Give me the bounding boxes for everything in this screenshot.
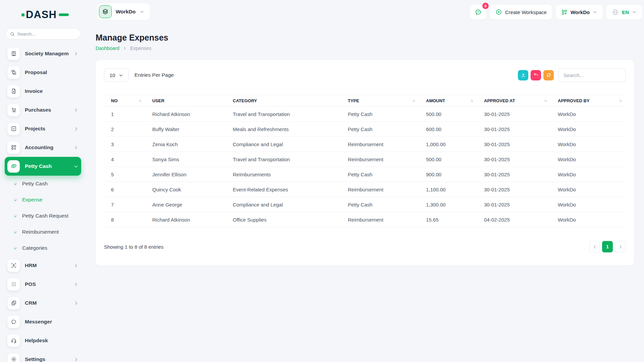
pagination-page-1-button[interactable]: 1: [602, 241, 613, 252]
bullet-circle-icon: [14, 246, 17, 250]
sidebar-item-pos[interactable]: POS: [5, 275, 81, 294]
search-icon: [10, 32, 14, 37]
sidebar-item-label: Proposal: [25, 69, 78, 75]
breadcrumb-dashboard-link[interactable]: Dashboard: [96, 46, 119, 51]
sidebar-item-label: Purchases: [25, 107, 68, 113]
cell-no: 5: [104, 167, 145, 182]
cell-type: Petty Cash: [341, 122, 419, 137]
create-workspace-button[interactable]: Create Workspace: [490, 5, 552, 19]
headset-icon: [7, 335, 20, 347]
cell-type: Reimbursement: [341, 182, 419, 197]
column-header[interactable]: AMOUNT: [419, 95, 477, 107]
workflow-icon: [7, 66, 20, 79]
sidebar-subitem-label: Reimbursement: [22, 229, 59, 235]
cell-type: Petty Cash: [341, 167, 419, 182]
sidebar-item-settings[interactable]: Settings: [5, 350, 81, 362]
cell-category: Compliance and Legal: [226, 197, 341, 212]
sidebar-search[interactable]: [5, 28, 80, 40]
table-search-input[interactable]: [558, 68, 626, 82]
sidebar-item-label: Messenger: [25, 319, 78, 325]
sidebar-item-label: CRM: [25, 300, 68, 306]
sidebar-subitem-expense[interactable]: Expense: [5, 192, 81, 208]
column-header[interactable]: APPROVED BY: [551, 95, 626, 107]
chevron-down-icon: [593, 10, 597, 14]
cell-user: Quincy Cook: [145, 182, 226, 197]
export-download-button[interactable]: [518, 70, 528, 80]
sidebar-subitem-categories[interactable]: Categories: [5, 240, 81, 256]
entries-per-page-value: 10: [110, 72, 115, 78]
building-icon: [7, 48, 20, 60]
cell-user: Richard Atkinson: [145, 107, 226, 122]
cell-no: 8: [104, 212, 145, 227]
column-header[interactable]: NO: [104, 95, 145, 107]
create-workspace-label: Create Workspace: [505, 9, 547, 15]
notification-count-badge: 0: [482, 3, 489, 9]
column-header[interactable]: APPROVED AT: [477, 95, 551, 107]
refresh-button[interactable]: [543, 70, 554, 80]
sidebar-subitem-reimbursement[interactable]: Reimbursement: [5, 224, 81, 240]
gear-icon: [7, 353, 20, 362]
sort-icon: [412, 99, 416, 103]
overlap-squares-icon: [7, 297, 20, 309]
sidebar-item-accounting[interactable]: Accounting: [5, 138, 81, 157]
sidebar-subitem-label: Petty Cash: [22, 181, 48, 187]
sidebar-item-label: Petty Cash: [25, 163, 68, 169]
chevron-down-icon: [119, 73, 123, 77]
sidebar-item-hrm[interactable]: HRM: [5, 256, 81, 275]
sidebar-item-invoice[interactable]: Invoice: [5, 82, 81, 101]
sort-icon: [138, 99, 143, 103]
cell-user: Buffy Walter: [145, 122, 226, 137]
cell-amount: 15.65: [419, 212, 477, 227]
sidebar-item-helpdesk[interactable]: Helpdesk: [5, 331, 81, 350]
column-header[interactable]: USER: [145, 95, 226, 107]
undo-arrow-icon: [533, 72, 539, 78]
cell-no: 6: [104, 182, 145, 197]
cell-no: 4: [104, 152, 145, 167]
cell-category: Compliance and Legal: [226, 137, 341, 152]
cell-amount: 1,100.00: [419, 182, 477, 197]
column-header[interactable]: CATEGORY: [226, 95, 341, 107]
sidebar-search-input[interactable]: [17, 32, 76, 37]
sidebar-item-petty-cash[interactable]: Petty Cash: [5, 157, 81, 176]
bullet-circle-icon: [14, 214, 17, 218]
workspace-selector[interactable]: WorkDo: [97, 3, 150, 20]
sidebar-subitem-petty-cash-request[interactable]: Petty Cash Request: [5, 208, 81, 224]
sidebar-item-label: Helpdesk: [25, 338, 78, 344]
pagination-next-button[interactable]: [615, 241, 626, 252]
sidebar-item-projects[interactable]: Projects: [5, 119, 81, 138]
chevron-left-icon: [593, 245, 597, 249]
cell-amount: 600.00: [419, 122, 477, 137]
workspace-menu-button[interactable]: WorkDo: [556, 5, 603, 19]
sidebar-item-society-management[interactable]: Society Management: [5, 44, 81, 63]
sidebar-item-proposal[interactable]: Proposal: [5, 63, 81, 82]
notifications-button[interactable]: 0: [470, 5, 486, 19]
sidebar-item-crm[interactable]: CRM: [5, 294, 81, 312]
reset-button[interactable]: [531, 70, 541, 80]
refresh-icon: [546, 72, 551, 78]
sidebar-subitem-petty-cash[interactable]: Petty Cash: [5, 176, 81, 192]
cell-approved-at: 30-01-2025: [477, 122, 551, 137]
cell-approved-at: 30-01-2025: [477, 137, 551, 152]
cell-category: Office Supplies: [226, 212, 341, 227]
chat-notification-icon: [475, 8, 482, 16]
sidebar-item-label: POS: [25, 281, 68, 287]
cell-approved-at: 04-02-2025: [477, 212, 551, 227]
logo-text: DASH: [26, 9, 57, 21]
sidebar-item-label: Accounting: [25, 144, 68, 150]
cell-approved-by: WorkDo: [551, 122, 626, 137]
logo-dot: [21, 13, 24, 16]
cell-amount: 1,000.00: [419, 137, 477, 152]
cell-approved-by: WorkDo: [551, 167, 626, 182]
entries-per-page-select[interactable]: 10: [104, 68, 129, 82]
cell-approved-by: WorkDo: [551, 182, 626, 197]
column-header[interactable]: TYPE: [341, 95, 419, 107]
header-actions: 0 Create Workspace WorkDo EN: [470, 5, 642, 19]
language-selector[interactable]: EN: [606, 5, 642, 19]
pagination-prev-button[interactable]: [589, 241, 600, 252]
sidebar-item-messenger[interactable]: Messenger: [5, 312, 81, 331]
table-header-row: NO USER CATEGORY TYPE AMOUNT APPROVED AT…: [104, 95, 626, 107]
chevron-down-icon: [632, 10, 637, 14]
sidebar-item-label: Projects: [25, 126, 68, 132]
cell-category: Reimbursements: [226, 167, 341, 182]
sidebar-item-purchases[interactable]: Purchases: [5, 101, 81, 119]
